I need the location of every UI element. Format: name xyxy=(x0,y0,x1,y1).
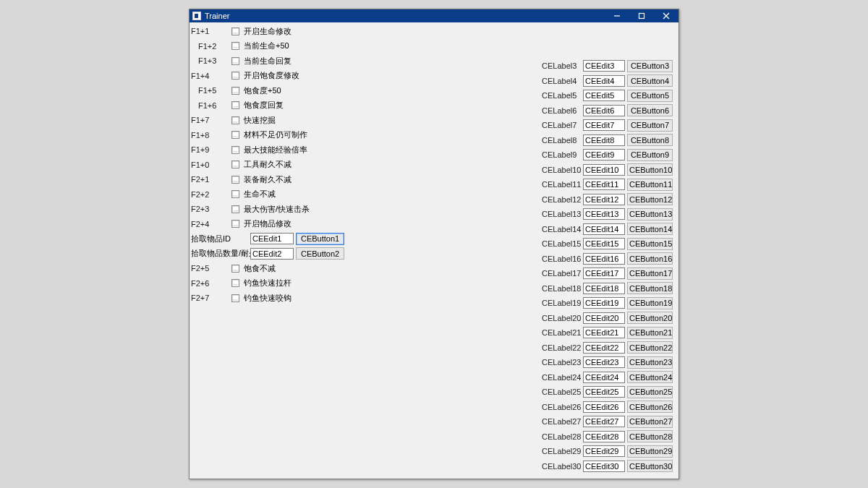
cheat-checkbox[interactable] xyxy=(231,294,239,302)
ce-button[interactable]: CEButton17 xyxy=(627,267,673,280)
ce-button[interactable]: CEButton27 xyxy=(627,416,673,428)
ce-edit[interactable] xyxy=(583,386,625,398)
ce-edit[interactable] xyxy=(583,75,625,87)
ce-button[interactable]: CEButton25 xyxy=(627,386,673,398)
ce-edit[interactable] xyxy=(583,194,625,205)
ce-edit[interactable] xyxy=(583,356,625,368)
ce-edit[interactable] xyxy=(583,119,625,131)
ce-edit[interactable] xyxy=(583,416,625,427)
ce-row: CELabel23CEButton23 xyxy=(542,355,676,370)
pick-id-button[interactable]: CEButton1 xyxy=(296,233,344,245)
hotkey-label: F1+6 xyxy=(190,101,231,110)
ce-row: CELabel24CEButton24 xyxy=(542,370,676,385)
ce-edit[interactable] xyxy=(583,461,625,472)
ce-edit[interactable] xyxy=(583,401,625,413)
cheat-row: F1+3当前生命回复 xyxy=(190,53,392,69)
ce-edit[interactable] xyxy=(583,342,625,354)
ce-button[interactable]: CEButton29 xyxy=(627,445,673,458)
ce-button[interactable]: CEButton13 xyxy=(627,208,673,221)
ce-button[interactable]: CEButton16 xyxy=(627,252,673,265)
ce-edit[interactable] xyxy=(583,90,625,101)
ce-button[interactable]: CEButton8 xyxy=(627,134,673,146)
ce-button[interactable]: CEButton28 xyxy=(627,430,673,442)
ce-edit[interactable] xyxy=(583,327,625,338)
maximize-button[interactable] xyxy=(634,11,650,21)
ce-label: CELabel10 xyxy=(542,166,581,174)
ce-edit[interactable] xyxy=(583,208,625,220)
hotkey-label: F1+4 xyxy=(190,72,231,80)
pick-qty-input[interactable] xyxy=(250,248,294,260)
titlebar[interactable]: Trainer xyxy=(190,9,678,22)
ce-label: CELabel11 xyxy=(542,180,581,189)
cheat-checkbox[interactable] xyxy=(231,265,239,273)
cheat-checkbox[interactable] xyxy=(231,160,239,168)
ce-edit[interactable] xyxy=(583,223,625,235)
ce-button[interactable]: CEButton21 xyxy=(627,327,673,339)
cheat-checkbox[interactable] xyxy=(231,131,239,139)
ce-edit[interactable] xyxy=(583,445,625,457)
ce-edit[interactable] xyxy=(583,297,625,309)
ce-button[interactable]: CEButton15 xyxy=(627,238,673,250)
pick-id-input[interactable] xyxy=(250,233,294,244)
ce-edit[interactable] xyxy=(583,372,625,383)
ce-button[interactable]: CEButton12 xyxy=(627,193,673,205)
cheat-checkbox[interactable] xyxy=(231,87,239,95)
cheat-checkbox[interactable] xyxy=(231,279,239,287)
ce-edit[interactable] xyxy=(583,105,625,116)
ce-edit[interactable] xyxy=(583,149,625,160)
cheat-label: 钓鱼快速咬钩 xyxy=(244,293,292,304)
cheat-checkbox[interactable] xyxy=(231,57,239,65)
cheat-checkbox[interactable] xyxy=(231,42,239,50)
cheat-label: 饱食度+50 xyxy=(244,85,281,96)
ce-button[interactable]: CEButton3 xyxy=(627,60,673,72)
ce-edit[interactable] xyxy=(583,134,625,146)
ce-edit[interactable] xyxy=(583,164,625,176)
ce-edit[interactable] xyxy=(583,267,625,279)
ce-button[interactable]: CEButton9 xyxy=(627,149,673,161)
cheat-label: 饱食度回复 xyxy=(244,100,284,111)
cheat-label: 当前生命回复 xyxy=(244,56,292,67)
ce-edit[interactable] xyxy=(583,312,625,324)
ce-button[interactable]: CEButton4 xyxy=(627,74,673,87)
ce-button[interactable]: CEButton10 xyxy=(627,163,673,176)
cheat-checkbox[interactable] xyxy=(231,190,239,198)
cheat-checkbox[interactable] xyxy=(231,27,239,35)
cheat-row: F2+4开启物品修改 xyxy=(190,217,392,232)
cheat-checkbox[interactable] xyxy=(231,72,239,80)
ce-button[interactable]: CEButton24 xyxy=(627,371,673,383)
cheat-label: 快速挖掘 xyxy=(244,115,276,126)
ce-edit[interactable] xyxy=(583,431,625,442)
trainer-window: Trainer F1+1开启生命修改F1+2当前生命+50F1+3当前生命回复F… xyxy=(189,9,679,479)
client-area: F1+1开启生命修改F1+2当前生命+50F1+3当前生命回复F1+4开启饱食度… xyxy=(190,22,678,479)
ce-button[interactable]: CEButton26 xyxy=(627,401,673,413)
ce-edit[interactable] xyxy=(583,238,625,249)
cheat-checkbox[interactable] xyxy=(231,101,239,109)
cheat-checkbox[interactable] xyxy=(231,220,239,228)
ce-button[interactable]: CEButton6 xyxy=(627,104,673,116)
ce-edit[interactable] xyxy=(583,253,625,265)
cheat-checkbox[interactable] xyxy=(231,176,239,184)
hotkey-label: F1+8 xyxy=(190,131,231,140)
ce-button[interactable]: CEButton30 xyxy=(627,460,673,472)
ce-button[interactable]: CEButton22 xyxy=(627,341,673,354)
ce-button[interactable]: CEButton14 xyxy=(627,223,673,235)
minimize-button[interactable] xyxy=(609,11,625,21)
ce-button[interactable]: CEButton11 xyxy=(627,179,673,191)
close-button[interactable] xyxy=(658,11,674,21)
cheat-row: F1+5饱食度+50 xyxy=(190,83,392,98)
ce-button[interactable]: CEButton20 xyxy=(627,312,673,324)
ce-button[interactable]: CEButton5 xyxy=(627,90,673,102)
cheat-checkbox[interactable] xyxy=(231,116,239,124)
ce-button[interactable]: CEButton23 xyxy=(627,356,673,369)
cheat-row: F2+6钓鱼快速拉杆 xyxy=(190,276,392,291)
ce-button[interactable]: CEButton18 xyxy=(627,282,673,294)
cheat-label: 最大技能经验倍率 xyxy=(244,145,307,155)
cheat-checkbox[interactable] xyxy=(231,205,239,213)
pick-qty-button[interactable]: CEButton2 xyxy=(296,247,344,260)
cheat-checkbox[interactable] xyxy=(231,146,239,154)
ce-edit[interactable] xyxy=(583,283,625,294)
ce-button[interactable]: CEButton19 xyxy=(627,297,673,309)
ce-edit[interactable] xyxy=(583,60,625,72)
ce-edit[interactable] xyxy=(583,179,625,190)
ce-button[interactable]: CEButton7 xyxy=(627,119,673,132)
